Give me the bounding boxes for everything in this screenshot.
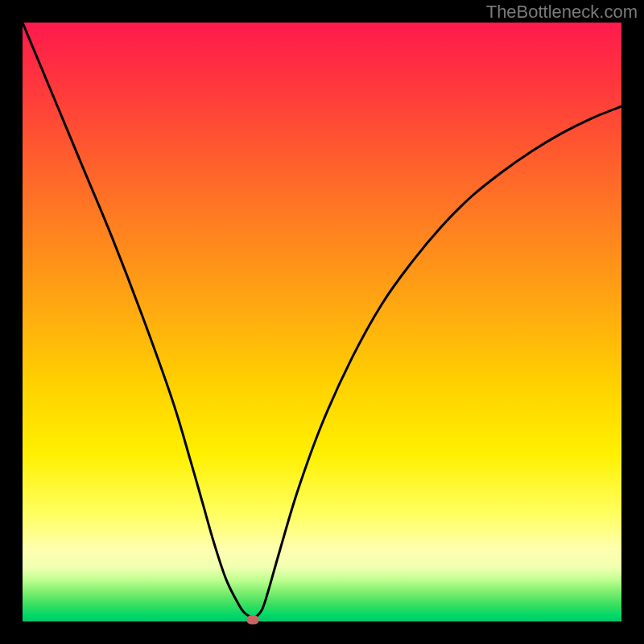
chart-container: TheBottleneck.com [0, 0, 644, 644]
watermark-text: TheBottleneck.com [486, 2, 638, 23]
curve-svg [23, 23, 621, 621]
bottleneck-curve [23, 23, 621, 618]
bottleneck-marker [247, 615, 259, 624]
plot-area [23, 23, 621, 621]
